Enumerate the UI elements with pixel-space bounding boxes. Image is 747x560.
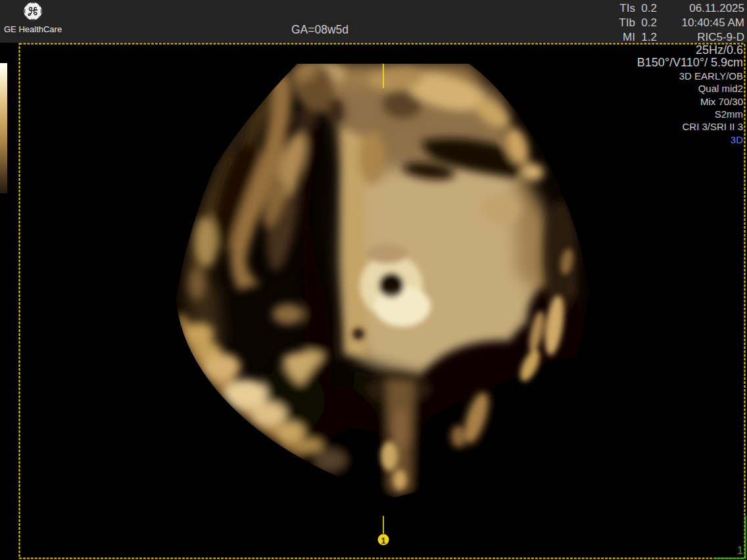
svg-text:1: 1 bbox=[737, 545, 743, 556]
svg-text:1: 1 bbox=[381, 536, 385, 546]
